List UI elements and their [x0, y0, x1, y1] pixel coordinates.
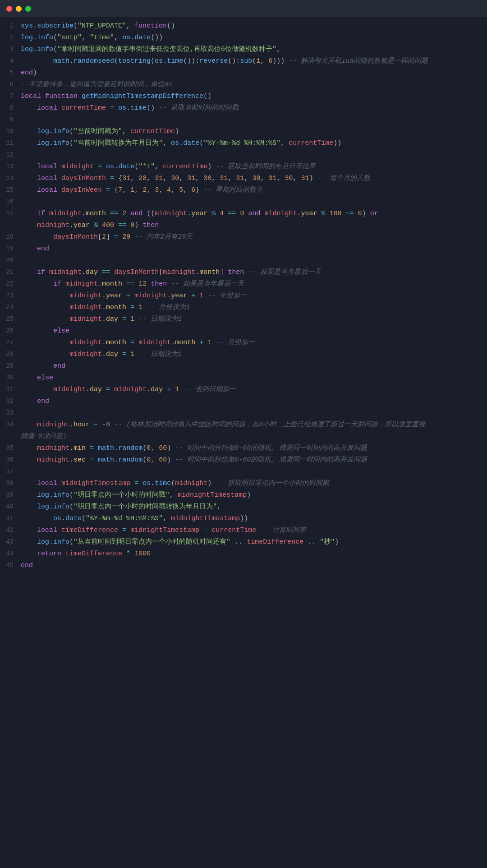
line-13: 13 local midnight = os.date("*t", curren… — [0, 162, 487, 173]
line-32: 32 end — [0, 396, 487, 408]
line-6: 6 --不需要传参，返回值为需要延时的时间，单位ms — [0, 79, 487, 91]
line-44: 44 return timeDifference * 1000 — [0, 549, 487, 560]
line-8: 8 local currentTime = os.time() -- 获取当前时… — [0, 103, 487, 115]
line-1: 1 sys.subscribe("NTP_UPDATE", function() — [0, 21, 487, 32]
line-21: 21 if midnight.day == daysInMonth[midnig… — [0, 267, 487, 279]
line-36: 36 midnight.sec = math.random(0, 60) -- … — [0, 455, 487, 466]
window: 1 sys.subscribe("NTP_UPDATE", function()… — [0, 0, 487, 868]
line-31: 31 midnight.day = midnight.day + 1 -- 否则… — [0, 384, 487, 396]
line-17: 17 if midnight.month == 2 and ((midnight… — [0, 208, 487, 220]
line-9: 9 — [0, 115, 487, 126]
code-area: 1 sys.subscribe("NTP_UPDATE", function()… — [0, 17, 487, 576]
line-35: 35 midnight.min = math.random(0, 60) -- … — [0, 443, 487, 455]
line-24: 24 midnight.month = 1 -- 月份设为1 — [0, 302, 487, 314]
line-33: 33 — [0, 408, 487, 420]
line-30: 30 else — [0, 373, 487, 384]
maximize-button[interactable] — [25, 6, 31, 12]
line-40: 40 log.info("明日零点内一个小时的时间戳转换为年月日为", — [0, 502, 487, 513]
line-14: 14 local daysInMonth = {31, 28, 31, 30, … — [0, 173, 487, 185]
line-28: 28 midnight.day = 1 -- 日期设为1 — [0, 349, 487, 361]
line-5: 5 end) — [0, 68, 487, 79]
line-45: 45 end — [0, 560, 487, 572]
line-15: 15 local daysInWeek = {7, 1, 2, 3, 4, 5,… — [0, 185, 487, 197]
line-10: 10 log.info("当前时间戳为", currentTime) — [0, 126, 487, 138]
line-19: 19 end — [0, 244, 487, 255]
titlebar — [0, 0, 487, 17]
line-38: 38 local midnightTimestamp = os.time(mid… — [0, 478, 487, 490]
line-2: 2 log.info("sntp", "time", os.date()) — [0, 32, 487, 44]
close-button[interactable] — [6, 6, 12, 12]
line-39: 39 log.info("明日零点内一个小时的时间戳", midnightTim… — [0, 490, 487, 502]
line-4: 4 math.randomseed(tostring(os.time()):re… — [0, 56, 487, 68]
line-41: 41 os.date("%Y-%m-%d %H:%M:%S", midnight… — [0, 513, 487, 525]
line-26: 26 else — [0, 326, 487, 337]
minimize-button[interactable] — [16, 6, 22, 12]
line-43: 43 log.info("从当前时间到明日零点内一个小时的随机时间还有" .. … — [0, 537, 487, 549]
line-29: 29 end — [0, 361, 487, 373]
line-17b: midnight.year % 400 == 0) then — [0, 220, 487, 232]
line-7: 7 local function getMidnightTimestampDif… — [0, 91, 487, 103]
line-34: 34 midnight.hour = -8 -- (格林尼治时间转换为中国区时间… — [0, 420, 487, 431]
line-37: 37 — [0, 466, 487, 478]
line-16: 16 — [0, 197, 487, 208]
line-18: 18 daysInMonth[2] = 29 -- 闰年2月有29天 — [0, 232, 487, 244]
line-11: 11 log.info("当前时间戳转换为年月日为", os.date("%Y-… — [0, 138, 487, 150]
line-20: 20 — [0, 255, 487, 267]
line-42: 42 local timeDifference = midnightTimest… — [0, 525, 487, 537]
line-34b: 赋值-8没问题) — [0, 431, 487, 443]
line-22: 22 if midnight.month == 12 then -- 如果是当年… — [0, 279, 487, 291]
line-3: 3 log.info("拿时间戳返回的数值字串倒过来低位变高位,再取高位6位做随… — [0, 44, 487, 56]
line-25: 25 midnight.day = 1 -- 日期设为1 — [0, 314, 487, 326]
line-27: 27 midnight.month = midnight.month + 1 -… — [0, 337, 487, 349]
line-12: 12 — [0, 150, 487, 162]
line-23: 23 midnight.year = midnight.year + 1 -- … — [0, 291, 487, 302]
